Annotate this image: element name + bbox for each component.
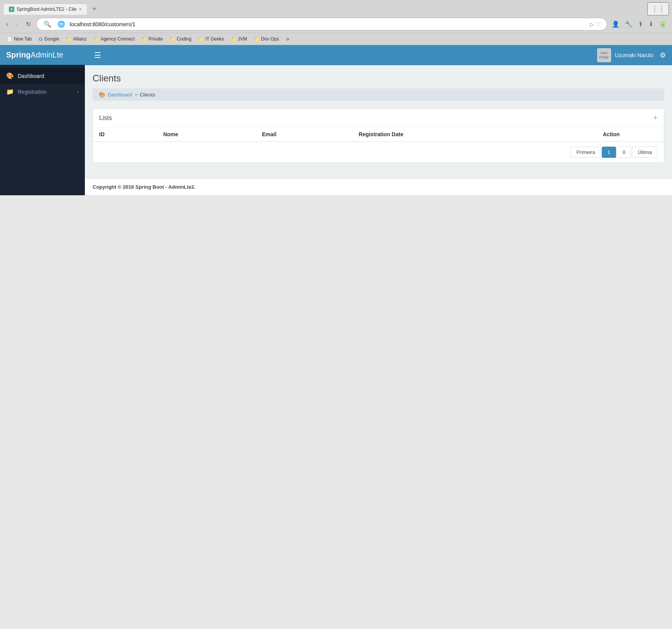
browser-menu-button[interactable]: ⋮⋮: [647, 2, 669, 15]
bookmark-agency-connect[interactable]: 📁 Agency Connect: [91, 35, 138, 43]
dashboard-icon: 🎨: [6, 72, 14, 79]
bookmark-label-agency-connect: Agency Connect: [101, 36, 135, 42]
tab-bar: S SpringBoot AdminLTE2 - Clie × + ⋮⋮: [0, 0, 672, 15]
bookmark-icon-allianz: 📁: [66, 37, 71, 42]
lists-card: Lists + ID Nome Email Registration Date: [93, 108, 664, 163]
heart-icon: ♡: [596, 21, 601, 27]
share-icon[interactable]: ⬆: [637, 20, 645, 29]
tab-favicon: S: [9, 7, 14, 12]
browser-chrome: S SpringBoot AdminLTE2 - Clie × + ⋮⋮ ‹ ›…: [0, 0, 672, 45]
search-icon: 🔍: [42, 20, 53, 29]
address-bar-icons: ▷ ♡: [590, 21, 601, 27]
pagination: Primeira 1 0 Última: [93, 142, 664, 162]
new-tab-button[interactable]: +: [89, 3, 100, 15]
bookmark-label-coding: Coding: [177, 36, 191, 42]
toolbar-actions: 👤 🔧 ⬆ ⬇ 🔋: [610, 20, 668, 29]
sidebar: SpringAdminLte 🎨 Dashboard 📁 Registratio…: [0, 45, 85, 195]
breadcrumb-home[interactable]: Dashboard: [108, 92, 132, 98]
bookmark-label-it-geeks: IT Geeks: [205, 36, 224, 42]
back-button[interactable]: ‹: [4, 19, 10, 29]
bookmark-new-tab[interactable]: 📄 New Tab: [4, 35, 35, 43]
avatar: User Image: [597, 48, 611, 62]
col-id: ID: [93, 127, 157, 142]
card-title: Lists: [99, 115, 112, 122]
pagination-current[interactable]: 1: [602, 147, 616, 158]
bookmark-private[interactable]: 📁 Private: [138, 35, 166, 43]
pagination-ultima[interactable]: Última: [632, 147, 658, 158]
card-header: Lists +: [93, 109, 664, 127]
globe-icon: 🌐: [56, 20, 67, 29]
registration-icon: 📁: [6, 88, 14, 95]
bookmark-dev-ops[interactable]: 📁 Dev Ops: [251, 35, 282, 43]
pagination-primeira[interactable]: Primeira: [571, 147, 601, 158]
bookmark-label-allianz: Allianz: [73, 36, 86, 42]
sidebar-label-registration: Registration: [18, 89, 47, 95]
top-header: ☰ User Image Uzumaki Naruto ⚙: [85, 45, 672, 65]
sidebar-nav: 🎨 Dashboard 📁 Registration ‹: [0, 65, 85, 195]
main-content: Clients 🎨 Dashboard > Clients Lists +: [85, 65, 672, 195]
brand-text: SpringAdminLte: [6, 51, 63, 59]
bookmark-label-private: Private: [149, 36, 163, 42]
download-icon[interactable]: ⬇: [647, 20, 655, 29]
user-info[interactable]: User Image Uzumaki Naruto: [597, 48, 653, 62]
brand-strong: Spring: [6, 51, 30, 59]
battery-icon: 🔋: [657, 20, 668, 29]
reload-button[interactable]: ↻: [24, 19, 33, 29]
bookmark-icon-coding: 📁: [170, 37, 175, 42]
bookmarks-more-button[interactable]: »: [284, 35, 291, 43]
bookmark-icon-it-geeks: 📁: [198, 37, 204, 42]
tab-close-btn[interactable]: ×: [79, 6, 82, 12]
col-action: Action: [559, 127, 664, 142]
col-registration-date: Registration Date: [353, 127, 559, 142]
bookmark-label-google: Google: [44, 36, 59, 42]
table-head: ID Nome Email Registration Date Action: [93, 127, 664, 142]
table-header-row: ID Nome Email Registration Date Action: [93, 127, 664, 142]
footer-text: Copyright © 2018 Spring Boot - AdminLte2…: [93, 184, 196, 190]
bookmark-it-geeks[interactable]: 📁 IT Geeks: [195, 35, 227, 43]
bookmark-icon-google: G: [39, 36, 42, 42]
breadcrumb: 🎨 Dashboard > Clients: [93, 88, 664, 101]
add-button[interactable]: +: [653, 113, 658, 122]
page-title: Clients: [93, 73, 664, 84]
tab-title: SpringBoot AdminLTE2 - Clie: [17, 7, 76, 12]
col-email: Email: [256, 127, 353, 142]
bookmark-google[interactable]: G Google: [35, 35, 62, 43]
bookmark-jvm[interactable]: 📁 JVM: [228, 35, 250, 43]
user-name: Uzumaki Naruto: [615, 52, 653, 58]
bookmark-icon-dev-ops: 📁: [254, 37, 260, 42]
breadcrumb-current: Clients: [140, 92, 155, 98]
browser-toolbar: ‹ › ↻ 🔍 🌐 ▷ ♡ 👤 🔧 ⬆ ⬇ 🔋: [0, 15, 672, 33]
bookmark-icon-agency-connect: 📁: [94, 37, 99, 42]
bookmark-icon-private: 📁: [142, 37, 147, 42]
bookmark-icon-jvm: 📁: [231, 37, 236, 42]
app-body: SpringAdminLte 🎨 Dashboard 📁 Registratio…: [0, 45, 672, 195]
active-tab[interactable]: S SpringBoot AdminLTE2 - Clie ×: [3, 3, 88, 15]
content-wrapper: Clients 🎨 Dashboard > Clients Lists +: [85, 65, 672, 178]
main-footer: Copyright © 2018 Spring Boot - AdminLte2…: [85, 178, 672, 195]
right-side: ☰ User Image Uzumaki Naruto ⚙ Clients 🎨 …: [85, 45, 672, 195]
person-icon[interactable]: 👤: [610, 20, 621, 29]
sidebar-item-registration[interactable]: 📁 Registration ‹: [0, 84, 85, 100]
pagination-zero[interactable]: 0: [617, 147, 631, 158]
clients-table: ID Nome Email Registration Date Action: [93, 127, 664, 142]
bookmark-coding[interactable]: 📁 Coding: [167, 35, 194, 43]
breadcrumb-icon: 🎨: [99, 91, 105, 98]
brand-light: AdminLte: [30, 51, 63, 59]
col-nome: Nome: [157, 127, 256, 142]
bookmarks-bar: 📄 New Tab G Google 📁 Allianz 📁 Agency Co…: [0, 33, 672, 45]
bookmark-allianz[interactable]: 📁 Allianz: [63, 35, 89, 43]
avatar-placeholder: User Image: [598, 51, 611, 59]
hamburger-button[interactable]: ☰: [91, 49, 104, 61]
card-body: ID Nome Email Registration Date Action: [93, 127, 664, 162]
forward-button[interactable]: ›: [14, 19, 20, 29]
sidebar-brand: SpringAdminLte: [0, 45, 85, 65]
sidebar-label-dashboard: Dashboard: [18, 73, 44, 79]
extension-icon[interactable]: 🔧: [623, 20, 634, 29]
settings-button[interactable]: ⚙: [660, 51, 666, 59]
bookmark-icon-new-tab: 📄: [7, 37, 12, 42]
address-input[interactable]: [70, 21, 587, 27]
sidebar-item-dashboard[interactable]: 🎨 Dashboard: [0, 68, 85, 84]
address-bar-container: 🔍 🌐 ▷ ♡: [36, 18, 607, 30]
breadcrumb-separator: >: [135, 92, 138, 98]
bookmark-label-new-tab: New Tab: [14, 36, 32, 42]
